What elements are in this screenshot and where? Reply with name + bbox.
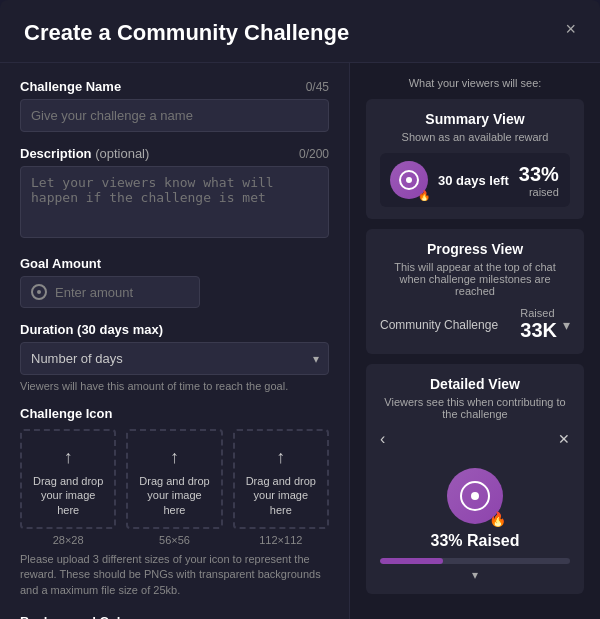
progress-right-group: Raised 33K ▾ (520, 307, 570, 342)
upload-dropzone-2[interactable]: ↑ Drag and drop your image here (126, 429, 222, 529)
challenge-name-group: Challenge Name 0/45 (20, 79, 329, 132)
progress-amount: 33K (520, 319, 557, 342)
goal-amount-input-wrap (20, 276, 200, 308)
detailed-target-icon (460, 481, 490, 511)
challenge-name-label: Challenge Name (20, 79, 121, 94)
summary-subtitle: Shown as an available reward (380, 131, 570, 143)
description-label: Description (optional) (20, 146, 149, 161)
upload-arrow-icon-2: ↑ (170, 447, 179, 468)
chevron-right-icon: ▾ (563, 317, 570, 333)
summary-title: Summary View (380, 111, 570, 127)
detailed-progress-bar (380, 558, 570, 564)
right-panel: What your viewers will see: Summary View… (350, 63, 600, 619)
detailed-center: 🔥 33% Raised ▾ (380, 458, 570, 582)
detailed-reward-icon: 🔥 (447, 468, 503, 524)
challenge-icon-label: Challenge Icon (20, 406, 112, 421)
progress-raised-label: Raised (520, 307, 557, 319)
summary-raised-label: raised (529, 186, 559, 198)
progress-view-section: Progress View This will appear at the to… (366, 229, 584, 354)
progress-row: Community Challenge Raised 33K ▾ (380, 307, 570, 342)
upload-size-2: 56×56 (159, 534, 190, 546)
modal-header: Create a Community Challenge × (0, 0, 600, 63)
upload-text-3: Drag and drop your image here (243, 474, 319, 517)
challenge-name-char-count: 0/45 (306, 80, 329, 94)
upload-dropzone-3[interactable]: ↑ Drag and drop your image here (233, 429, 329, 529)
goal-amount-input[interactable] (55, 285, 189, 300)
bg-color-group: Background Color ✏ (20, 612, 329, 619)
upload-size-3: 112×112 (259, 534, 302, 546)
progress-subtitle: This will appear at the top of chat when… (380, 261, 570, 297)
summary-raised-info: 33% raised (519, 163, 559, 198)
progress-raised-group: Raised 33K (520, 307, 557, 342)
viewers-see-label: What your viewers will see: (366, 77, 584, 89)
upload-dropzone-1[interactable]: ↑ Drag and drop your image here (20, 429, 116, 529)
detailed-subtitle: Viewers see this when contributing to th… (380, 396, 570, 420)
left-panel: Challenge Name 0/45 Description (optiona… (0, 63, 350, 619)
summary-view-section: Summary View Shown as an available rewar… (366, 99, 584, 219)
description-input[interactable] (20, 166, 329, 238)
upload-text-1: Drag and drop your image here (30, 474, 106, 517)
duration-select[interactable]: Number of days (20, 342, 329, 375)
target-icon (399, 170, 419, 190)
bg-color-label: Background Color (20, 614, 133, 619)
detailed-fire-badge-icon: 🔥 (489, 511, 506, 527)
modal: Create a Community Challenge × Challenge… (0, 0, 600, 619)
summary-days-left: 30 days left (438, 173, 509, 188)
upload-hint-text: Please upload 3 different sizes of your … (20, 552, 329, 598)
summary-reward-icon: 🔥 (390, 161, 428, 199)
description-group: Description (optional) 0/200 (20, 146, 329, 242)
close-button[interactable]: × (565, 20, 576, 38)
progress-bar-fill (380, 558, 443, 564)
duration-hint: Viewers will have this amount of time to… (20, 380, 329, 392)
challenge-name-input[interactable] (20, 99, 329, 132)
upload-arrow-icon-3: ↑ (276, 447, 285, 468)
detailed-close-button[interactable]: ✕ (558, 431, 570, 447)
upload-arrow-icon-1: ↑ (64, 447, 73, 468)
upload-box-1: ↑ Drag and drop your image here 28×28 (20, 429, 116, 546)
detailed-title: Detailed View (380, 376, 570, 392)
progress-challenge-name: Community Challenge (380, 318, 498, 332)
detailed-view-section: Detailed View Viewers see this when cont… (366, 364, 584, 594)
upload-box-3: ↑ Drag and drop your image here 112×112 (233, 429, 329, 546)
fire-badge-icon: 🔥 (418, 190, 430, 201)
chevron-down-sm-icon: ▾ (472, 568, 478, 582)
duration-select-wrap: Number of days ▾ (20, 342, 329, 375)
progress-title: Progress View (380, 241, 570, 257)
goal-amount-label: Goal Amount (20, 256, 101, 271)
detailed-raised-pct: 33% Raised (431, 532, 520, 550)
summary-raised-pct: 33% (519, 163, 559, 186)
summary-card: 🔥 30 days left 33% raised (380, 153, 570, 207)
modal-title: Create a Community Challenge (24, 20, 349, 46)
description-char-count: 0/200 (299, 147, 329, 161)
duration-group: Duration (30 days max) Number of days ▾ … (20, 322, 329, 392)
detailed-nav: ‹ ✕ (380, 430, 570, 448)
goal-amount-group: Goal Amount (20, 256, 329, 308)
upload-size-1: 28×28 (53, 534, 84, 546)
goal-circle-icon (31, 284, 47, 300)
duration-label: Duration (30 days max) (20, 322, 163, 337)
upload-box-2: ↑ Drag and drop your image here 56×56 (126, 429, 222, 546)
back-arrow-button[interactable]: ‹ (380, 430, 385, 448)
upload-grid: ↑ Drag and drop your image here 28×28 ↑ … (20, 429, 329, 546)
modal-body: Challenge Name 0/45 Description (optiona… (0, 63, 600, 619)
challenge-icon-group: Challenge Icon ↑ Drag and drop your imag… (20, 406, 329, 598)
upload-text-2: Drag and drop your image here (136, 474, 212, 517)
